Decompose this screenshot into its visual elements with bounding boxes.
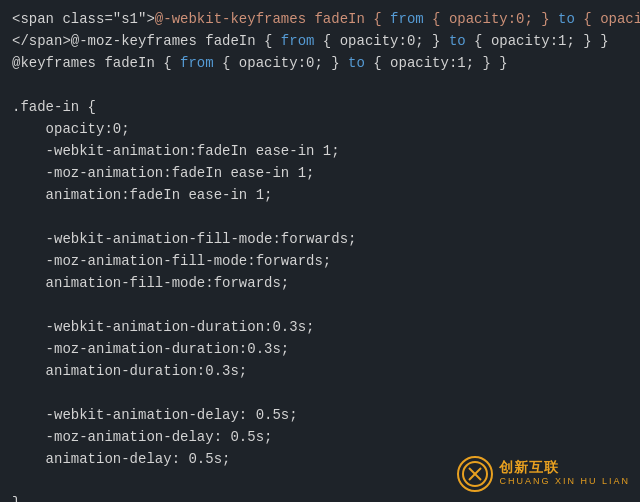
watermark-main-text: 创新互联 [499,460,630,474]
code-moz-fill-mode: -moz-animation-fill-mode:forwards; [12,253,331,269]
code-line-blank-2 [12,206,628,228]
code-container: <span class="s1">@-webkit-keyframes fade… [0,0,640,502]
code-webkit-animation: -webkit-animation:fadeIn ease-in 1; [12,143,340,159]
span-tag-close: </span> [12,33,71,49]
code-line-opacity: opacity:0; [12,118,628,140]
code-moz-keyframes: @-moz-keyframes fadeIn { from { opacity:… [71,33,609,49]
code-line-fill: animation-fill-mode:forwards; [12,272,628,294]
code-line-blank-4 [12,382,628,404]
code-line-2: </span>@-moz-keyframes fadeIn { from { o… [12,30,628,52]
watermark: 创新互联 CHUANG XIN HU LIAN [457,456,630,492]
code-indent: opacity:0; [12,121,130,137]
code-line-3: @keyframes fadeIn { from { opacity:0; } … [12,52,628,74]
code-close-brace: } [12,495,20,502]
code-line-1: <span class="s1">@-webkit-keyframes fade… [12,8,628,30]
code-webkit-delay: -webkit-animation-delay: 0.5s; [12,407,298,423]
code-line-moz-delay: -moz-animation-delay: 0.5s; [12,426,628,448]
code-moz-delay: -moz-animation-delay: 0.5s; [12,429,272,445]
code-moz-animation: -moz-animation:fadeIn ease-in 1; [12,165,314,181]
code-s1: @-webkit-keyframes fadeIn { from { opaci… [155,11,640,27]
code-line-dur: animation-duration:0.3s; [12,360,628,382]
code-line-anim: animation:fadeIn ease-in 1; [12,184,628,206]
code-line-webkit-delay: -webkit-animation-delay: 0.5s; [12,404,628,426]
span-tag-open: <span class="s1"> [12,11,155,27]
code-line-webkit-fill: -webkit-animation-fill-mode:forwards; [12,228,628,250]
code-moz-duration: -moz-animation-duration:0.3s; [12,341,289,357]
watermark-icon [461,460,489,488]
code-line-fade-in: .fade-in { [12,96,628,118]
code-webkit-duration: -webkit-animation-duration:0.3s; [12,319,314,335]
code-animation: animation:fadeIn ease-in 1; [12,187,272,203]
code-duration: animation-duration:0.3s; [12,363,247,379]
code-line-moz-fill: -moz-animation-fill-mode:forwards; [12,250,628,272]
code-delay: animation-delay: 0.5s; [12,451,230,467]
code-fill-mode: animation-fill-mode:forwards; [12,275,289,291]
code-keyframes: @keyframes fadeIn { from { opacity:0; } … [12,55,508,71]
code-selector: .fade-in { [12,99,96,115]
code-line-moz-anim: -moz-animation:fadeIn ease-in 1; [12,162,628,184]
watermark-sub-text: CHUANG XIN HU LIAN [499,474,630,488]
watermark-text-block: 创新互联 CHUANG XIN HU LIAN [499,460,630,488]
watermark-logo [457,456,493,492]
code-webkit-fill-mode: -webkit-animation-fill-mode:forwards; [12,231,356,247]
code-line-blank-3 [12,294,628,316]
code-line-webkit-anim: -webkit-animation:fadeIn ease-in 1; [12,140,628,162]
code-line-close-brace: } [12,492,628,502]
code-line-blank-1 [12,74,628,96]
code-line-webkit-dur: -webkit-animation-duration:0.3s; [12,316,628,338]
code-line-moz-dur: -moz-animation-duration:0.3s; [12,338,628,360]
